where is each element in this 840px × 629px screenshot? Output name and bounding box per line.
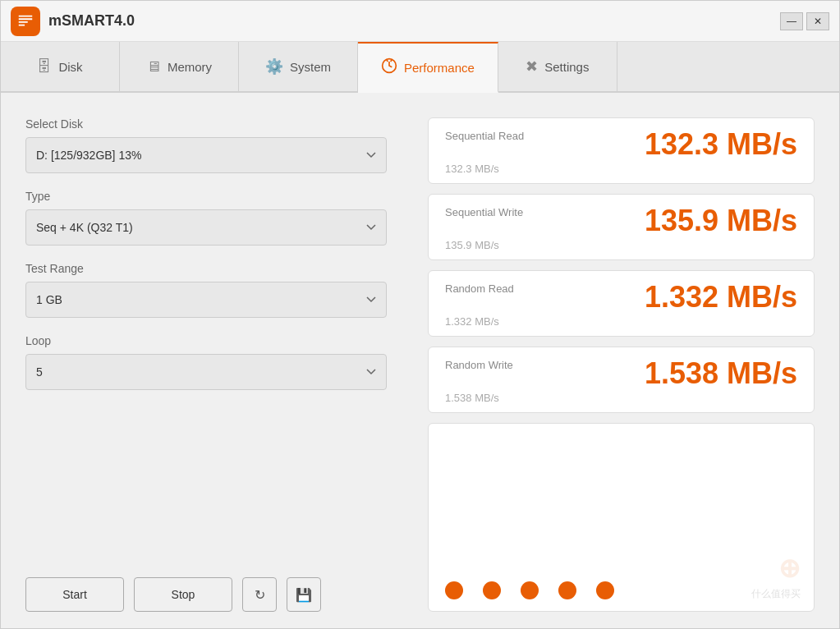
dot-2 [483,581,501,599]
minimize-button[interactable]: — [780,12,803,30]
test-range-label: Test Range [25,262,403,275]
loop-label: Loop [25,334,403,347]
metric-header: Sequential Write 135.9 MB/s [445,206,797,236]
loop-input[interactable]: 5 [25,354,387,390]
metric-card-seq-read: Sequential Read 132.3 MB/s 132.3 MB/s [428,117,815,184]
metric-label-rand-write: Random Write [445,359,513,371]
metric-value-large-seq-write: 135.9 MB/s [645,206,797,236]
close-button[interactable]: ✕ [806,12,829,30]
dot-4 [558,581,576,599]
title-bar: mSMART4.0 — ✕ [1,1,839,42]
type-label: Type [25,190,403,203]
disk-icon: 🗄 [37,58,52,76]
bottom-controls: Start Stop ↻ 💾 [25,561,403,612]
performance-icon [381,57,397,78]
tab-disk[interactable]: 🗄 Disk [1,42,120,91]
metric-header: Sequential Read 132.3 MB/s [445,130,797,159]
logo-icon [16,12,34,30]
type-group: Type Seq + 4K (Q32 T1) [25,190,403,246]
metric-label-seq-write: Sequential Write [445,206,523,218]
tab-settings-label: Settings [544,60,589,74]
metric-value-large-rand-read: 1.332 MB/s [645,282,797,312]
settings-icon: ✖ [526,57,538,76]
save-button[interactable]: 💾 [287,577,321,612]
watermark: ⊕ 什么值得买 [751,550,801,601]
content-area: Select Disk D: [125/932GB] 13% Type Seq … [1,93,839,628]
memory-icon: 🖥 [146,58,161,76]
loop-group: Loop 5 [25,334,403,390]
save-icon: 💾 [296,587,312,603]
tab-settings[interactable]: ✖ Settings [498,42,617,91]
metric-label-rand-read: Random Read [445,282,514,295]
metric-value-small-seq-write: 135.9 MB/s [445,239,797,251]
tab-memory[interactable]: 🖥 Memory [120,42,239,91]
start-button[interactable]: Start [25,577,124,612]
tab-memory-label: Memory [168,60,212,74]
tab-performance-label: Performance [404,61,475,75]
dot-5 [596,581,614,599]
app-logo [11,7,40,36]
system-icon: ⚙️ [265,57,283,76]
type-input[interactable]: Seq + 4K (Q32 T1) [25,209,387,246]
tab-system-label: System [290,60,331,74]
metric-value-large-seq-read: 132.3 MB/s [645,130,797,159]
refresh-icon: ↻ [255,587,265,603]
tab-system[interactable]: ⚙️ System [239,42,358,91]
metric-value-large-rand-write: 1.538 MB/s [645,359,797,388]
metric-value-small-rand-read: 1.332 MB/s [445,315,797,328]
metric-header: Random Write 1.538 MB/s [445,359,797,388]
test-range-group: Test Range 1 GB [25,262,403,318]
app-title: mSMART4.0 [48,12,135,30]
metric-card-rand-write: Random Write 1.538 MB/s 1.538 MB/s [428,347,815,413]
title-bar-left: mSMART4.0 [11,7,135,36]
window-controls: — ✕ [780,12,829,30]
stop-button[interactable]: Stop [134,577,232,612]
metric-label-seq-read: Sequential Read [445,130,524,142]
metric-header: Random Read 1.332 MB/s [445,282,797,312]
select-disk-group: Select Disk D: [125/932GB] 13% [25,117,403,173]
select-disk-label: Select Disk [25,117,403,131]
right-panel: Sequential Read 132.3 MB/s 132.3 MB/s Se… [428,117,815,612]
watermark-text: 什么值得买 [751,587,801,601]
metric-card-rand-read: Random Read 1.332 MB/s 1.332 MB/s [428,270,815,337]
metric-value-small-seq-read: 132.3 MB/s [445,163,797,175]
watermark-logo: ⊕ [751,550,801,587]
select-disk-input[interactable]: D: [125/932GB] 13% [25,137,387,173]
refresh-button[interactable]: ↻ [242,577,277,612]
dot-1 [445,581,463,599]
tab-disk-label: Disk [58,60,82,74]
test-range-input[interactable]: 1 GB [25,282,387,318]
dot-3 [521,581,539,599]
left-panel: Select Disk D: [125/932GB] 13% Type Seq … [25,117,403,612]
metric-card-seq-write: Sequential Write 135.9 MB/s 135.9 MB/s [428,194,815,260]
dots-card: ⊕ 什么值得买 [428,423,815,612]
app-window: mSMART4.0 — ✕ 🗄 Disk 🖥 Memory ⚙️ System [0,0,840,629]
metric-value-small-rand-write: 1.538 MB/s [445,392,797,404]
tab-performance[interactable]: Performance [358,42,498,93]
tab-bar: 🗄 Disk 🖥 Memory ⚙️ System Performance ✖ … [1,42,839,93]
